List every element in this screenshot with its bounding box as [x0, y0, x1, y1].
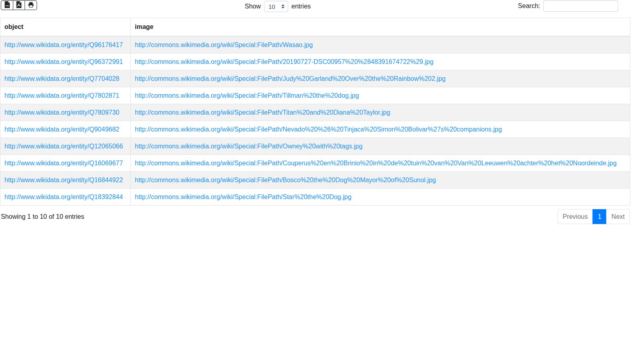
column-header-object[interactable]: object	[0, 18, 131, 37]
search-input[interactable]	[543, 0, 618, 12]
object-cell: http://www.wikidata.org/entity/Q16844922	[0, 172, 131, 189]
table-row: http://www.wikidata.org/entity/Q96176417…	[0, 36, 630, 53]
image-cell: http://commons.wikimedia.org/wiki/Specia…	[131, 189, 630, 206]
image-cell: http://commons.wikimedia.org/wiki/Specia…	[131, 172, 630, 189]
table-row: http://www.wikidata.org/entity/Q16069677…	[0, 155, 630, 172]
image-link[interactable]: http://commons.wikimedia.org/wiki/Specia…	[135, 92, 359, 99]
column-header-image[interactable]: image	[131, 18, 630, 37]
object-link[interactable]: http://www.wikidata.org/entity/Q96176417	[4, 41, 123, 48]
printer-icon	[28, 2, 34, 9]
object-link[interactable]: http://www.wikidata.org/entity/Q7704028	[4, 75, 120, 82]
table-toolbar: csv	[0, 0, 630, 13]
image-link[interactable]: http://commons.wikimedia.org/wiki/Specia…	[135, 109, 390, 116]
print-button[interactable]	[25, 0, 37, 10]
page-length-select[interactable]: 10	[264, 1, 288, 12]
header-row: object image	[0, 18, 630, 37]
table-row: http://www.wikidata.org/entity/Q9049682 …	[0, 121, 630, 138]
image-cell: http://commons.wikimedia.org/wiki/Specia…	[131, 121, 630, 138]
object-link[interactable]: http://www.wikidata.org/entity/Q96372991	[4, 58, 123, 65]
image-link[interactable]: http://commons.wikimedia.org/wiki/Specia…	[135, 177, 436, 183]
image-link[interactable]: http://commons.wikimedia.org/wiki/Specia…	[135, 58, 433, 65]
object-cell: http://www.wikidata.org/entity/Q9049682	[0, 121, 131, 138]
image-link[interactable]: http://commons.wikimedia.org/wiki/Specia…	[135, 41, 313, 48]
table-row: http://www.wikidata.org/entity/Q12065066…	[0, 138, 630, 155]
image-link[interactable]: http://commons.wikimedia.org/wiki/Specia…	[135, 143, 363, 150]
image-link[interactable]: http://commons.wikimedia.org/wiki/Specia…	[135, 160, 617, 167]
table-header: object image	[0, 18, 630, 37]
table-row: http://www.wikidata.org/entity/Q18392844…	[0, 189, 630, 206]
svg-text:csv: csv	[5, 5, 8, 7]
object-link[interactable]: http://www.wikidata.org/entity/Q9049682	[4, 126, 120, 133]
image-cell: http://commons.wikimedia.org/wiki/Specia…	[131, 70, 630, 87]
image-cell: http://commons.wikimedia.org/wiki/Specia…	[131, 36, 630, 53]
previous-page-button[interactable]: Previous	[557, 209, 593, 224]
object-cell: http://www.wikidata.org/entity/Q16069677	[0, 155, 131, 172]
image-cell: http://commons.wikimedia.org/wiki/Specia…	[131, 138, 630, 155]
image-cell: http://commons.wikimedia.org/wiki/Specia…	[131, 53, 630, 70]
table-row: http://www.wikidata.org/entity/Q96372991…	[0, 53, 630, 70]
object-link[interactable]: http://www.wikidata.org/entity/Q7809730	[4, 109, 120, 116]
table-footer: Showing 1 to 10 of 10 entries Previous 1…	[0, 209, 630, 225]
results-table: object image http://www.wikidata.org/ent…	[0, 18, 630, 206]
object-link[interactable]: http://www.wikidata.org/entity/Q12065066	[4, 143, 123, 150]
object-cell: http://www.wikidata.org/entity/Q7809730	[0, 104, 131, 121]
object-cell: http://www.wikidata.org/entity/Q12065066	[0, 138, 131, 155]
table-row: http://www.wikidata.org/entity/Q7802871 …	[0, 87, 630, 104]
object-link[interactable]: http://www.wikidata.org/entity/Q16069677	[4, 160, 123, 167]
table-row: http://www.wikidata.org/entity/Q7809730 …	[0, 104, 630, 121]
object-cell: http://www.wikidata.org/entity/Q18392844	[0, 189, 131, 206]
table-body: http://www.wikidata.org/entity/Q96176417…	[0, 36, 630, 206]
pdf-file-icon	[16, 1, 22, 9]
page-length-select-wrap: 10	[264, 1, 288, 12]
length-label-before: Show	[245, 3, 261, 10]
table-row: http://www.wikidata.org/entity/Q16844922…	[0, 172, 630, 189]
image-cell: http://commons.wikimedia.org/wiki/Specia…	[131, 155, 630, 172]
next-page-button[interactable]: Next	[606, 209, 630, 224]
image-cell: http://commons.wikimedia.org/wiki/Specia…	[131, 87, 630, 104]
csv-file-icon: csv	[4, 1, 10, 9]
object-link[interactable]: http://www.wikidata.org/entity/Q16844922	[4, 177, 123, 183]
table-row: http://www.wikidata.org/entity/Q7704028 …	[0, 70, 630, 87]
search-control: Search:	[518, 0, 618, 12]
image-link[interactable]: http://commons.wikimedia.org/wiki/Specia…	[135, 193, 351, 200]
object-cell: http://www.wikidata.org/entity/Q96176417	[0, 36, 131, 53]
export-pdf-button[interactable]	[13, 0, 25, 10]
object-cell: http://www.wikidata.org/entity/Q7802871	[0, 87, 131, 104]
results-page: csv	[0, 0, 630, 225]
object-cell: http://www.wikidata.org/entity/Q7704028	[0, 70, 131, 87]
export-button-group: csv	[1, 0, 37, 10]
entries-info: Showing 1 to 10 of 10 entries	[1, 209, 84, 224]
page-length-control: Show 10 entries	[245, 1, 311, 12]
object-cell: http://www.wikidata.org/entity/Q96372991	[0, 53, 131, 70]
export-csv-button[interactable]: csv	[1, 0, 13, 10]
object-link[interactable]: http://www.wikidata.org/entity/Q18392844	[4, 193, 123, 200]
search-label: Search:	[518, 2, 540, 10]
image-link[interactable]: http://commons.wikimedia.org/wiki/Specia…	[135, 75, 446, 82]
pagination: Previous 1 Next	[557, 209, 630, 224]
object-link[interactable]: http://www.wikidata.org/entity/Q7802871	[4, 92, 120, 99]
image-link[interactable]: http://commons.wikimedia.org/wiki/Specia…	[135, 126, 502, 133]
page-1-button[interactable]: 1	[592, 209, 607, 224]
length-label-after: entries	[291, 3, 311, 10]
image-cell: http://commons.wikimedia.org/wiki/Specia…	[131, 104, 630, 121]
